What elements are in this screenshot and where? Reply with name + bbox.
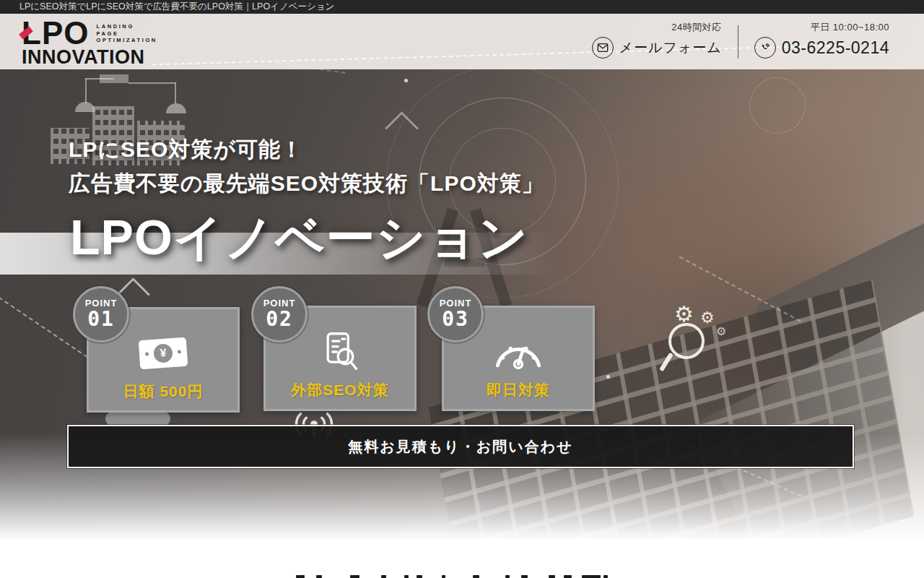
hero-catch-copy: LPにSEO対策が可能！ 広告費不要の最先端SEO対策技術「LPO対策」 xyxy=(69,132,544,200)
contact-divider xyxy=(738,25,738,59)
network-line-decoration xyxy=(85,79,87,103)
phone-icon xyxy=(754,37,776,59)
monitor-stand-base xyxy=(105,412,170,426)
gear-icon: ⚙ xyxy=(716,324,726,338)
logo-wordmark: LPO xyxy=(22,20,89,47)
network-line-decoration xyxy=(128,82,176,84)
point-3-label: 即日対策 xyxy=(487,380,550,400)
point-1-label: 日額 500円 xyxy=(123,381,204,402)
document-search-icon xyxy=(321,331,359,373)
point-3-badge: POINT 03 xyxy=(427,286,484,342)
next-section xyxy=(0,538,924,578)
phone-hours-note: 平日 10:00~18:00 xyxy=(811,21,889,34)
lamp-decoration xyxy=(166,103,186,113)
mail-form-link[interactable]: メールフォーム xyxy=(619,38,722,57)
phone-number-link[interactable]: 03-6225-0214 xyxy=(782,38,889,58)
header-contact: 24時間対応 メールフォーム 平日 10:00~18:00 xyxy=(592,21,889,59)
catch-line-1: LPにSEO対策が可能！ xyxy=(69,132,544,166)
mail-icon xyxy=(592,37,614,59)
site-logo[interactable]: LPO LANDING PAGE OPTIMIZATION INNOVATION xyxy=(22,20,157,67)
network-line-decoration xyxy=(85,78,114,79)
gear-icon: ⚙ xyxy=(700,309,715,327)
site-header: LPO LANDING PAGE OPTIMIZATION INNOVATION… xyxy=(0,14,924,69)
magnifier-icon xyxy=(668,323,705,359)
network-line-decoration xyxy=(175,83,176,103)
mail-availability-note: 24時間対応 xyxy=(671,21,721,34)
browser-title-bar: LPにSEO対策でLPにSEO対策で広告費不要のLPO対策｜LPOイノベーション xyxy=(0,0,924,14)
logo-subword: INNOVATION xyxy=(22,48,157,67)
landing-page: LPにSEO対策でLPにSEO対策で広告費不要のLPO対策｜LPOイノベーション xyxy=(0,0,924,578)
hud-circle-decoration xyxy=(749,77,806,134)
point-2-badge: POINT 02 xyxy=(251,286,308,342)
mail-contact-block[interactable]: 24時間対応 メールフォーム xyxy=(592,21,722,59)
magnifier-handle xyxy=(659,353,674,372)
cta-contact-button[interactable]: 無料お見積もり・お問い合わせ xyxy=(67,425,854,468)
phone-contact-block[interactable]: 平日 10:00~18:00 03-6225-0214 xyxy=(754,21,889,59)
gears-magnifier-decoration: ⚙ ⚙ ⚙ xyxy=(658,304,745,384)
point-2-label: 外部SEO対策 xyxy=(291,380,388,400)
speedometer-icon xyxy=(491,331,546,373)
logo-tagline: LANDING PAGE OPTIMIZATION xyxy=(96,23,157,44)
page-title: LPにSEO対策でLPにSEO対策で広告費不要のLPO対策｜LPOイノベーション xyxy=(19,1,334,12)
catch-line-2: 広告費不要の最先端SEO対策技術「LPO対策」 xyxy=(69,166,544,200)
dot-decoration xyxy=(404,79,408,82)
hero-title: LPOイノベーション xyxy=(70,205,528,269)
yen-banknote-icon: ¥ xyxy=(139,332,187,374)
dot-decoration xyxy=(606,375,610,379)
point-1-badge: POINT 01 xyxy=(73,286,129,342)
